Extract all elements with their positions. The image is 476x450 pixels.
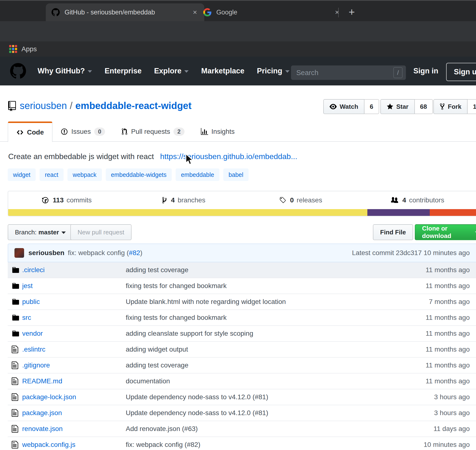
file-name-link[interactable]: src bbox=[22, 314, 126, 321]
file-commit-message[interactable]: Update blank.html with note regarding wi… bbox=[126, 298, 393, 306]
nav-why-github[interactable]: Why GitHub? bbox=[38, 67, 92, 75]
table-row: vendor adding cleanslate support for sty… bbox=[8, 325, 476, 341]
commit-author-avatar[interactable] bbox=[14, 248, 24, 258]
file-name-link[interactable]: README.md bbox=[22, 377, 126, 385]
nav-enterprise[interactable]: Enterprise bbox=[105, 67, 141, 75]
repo-icon bbox=[8, 101, 16, 111]
repo-description: Create an embbedable js widget with reac… bbox=[8, 152, 154, 161]
commit-author[interactable]: seriousben bbox=[28, 249, 64, 257]
branch-select-button[interactable]: Branch:master bbox=[8, 224, 73, 240]
file-name-link[interactable]: renovate.json bbox=[22, 425, 126, 433]
repo-website-link[interactable]: https://seriousben.github.io/embeddab... bbox=[160, 152, 297, 161]
browser-tab-github[interactable]: GitHub - seriousben/embeddab × bbox=[46, 3, 204, 21]
star-count[interactable]: 68 bbox=[415, 99, 433, 114]
file-commit-message[interactable]: fix: webpack config (#82) bbox=[126, 441, 393, 449]
nav-marketplace[interactable]: Marketplace bbox=[201, 67, 244, 75]
commit-message[interactable]: fix: webpack config (#82) bbox=[68, 249, 142, 257]
file-icon bbox=[12, 377, 22, 386]
star-button[interactable]: Star bbox=[380, 99, 415, 114]
sign-in-link[interactable]: Sign in bbox=[413, 67, 438, 75]
table-row: public Update blank.html with note regar… bbox=[8, 294, 476, 309]
table-row: jest fixing tests for changed bookmark 1… bbox=[8, 278, 476, 294]
stat-releases[interactable]: 0releases bbox=[242, 196, 359, 204]
find-file-button[interactable]: Find File bbox=[373, 224, 413, 240]
new-pull-request-button[interactable]: New pull request bbox=[70, 224, 132, 240]
bookmarks-bar: Apps bbox=[0, 41, 476, 57]
github-logo-icon[interactable] bbox=[10, 63, 26, 79]
file-name-link[interactable]: .eslintrc bbox=[22, 346, 126, 353]
topic-tag[interactable]: babel bbox=[223, 168, 249, 181]
apps-grid-icon[interactable] bbox=[9, 45, 17, 53]
file-commit-message[interactable]: adding widget output bbox=[126, 346, 393, 353]
fork-button-group: Fork 14 bbox=[433, 99, 476, 114]
table-row: .eslintrc adding widget output 11 months… bbox=[8, 341, 476, 357]
file-name-link[interactable]: jest bbox=[22, 282, 126, 290]
github-favicon-icon bbox=[52, 8, 60, 16]
latest-commit-meta: Latest commit 23dc317 10 minutes ago bbox=[352, 249, 470, 257]
tab-insights[interactable]: Insights bbox=[193, 122, 243, 142]
file-name-link[interactable]: .circleci bbox=[22, 266, 126, 274]
latest-commit-bar: seriousben fix: webpack config (#82) Lat… bbox=[8, 244, 476, 262]
chevron-down-icon bbox=[184, 70, 189, 73]
file-name-link[interactable]: webpack.config.js bbox=[22, 441, 126, 449]
watch-button[interactable]: Watch bbox=[323, 99, 364, 114]
clone-or-download-button[interactable]: Clone or download bbox=[415, 224, 476, 240]
watch-count[interactable]: 6 bbox=[364, 99, 379, 114]
language-segment-javascript bbox=[8, 209, 367, 216]
commit-sha[interactable]: 23dc317 bbox=[396, 249, 422, 257]
nav-explore[interactable]: Explore bbox=[154, 67, 189, 75]
mouse-cursor bbox=[185, 154, 197, 167]
file-name-link[interactable]: package.json bbox=[22, 409, 126, 417]
file-commit-message[interactable]: adding test coverage bbox=[126, 361, 393, 369]
file-commit-message[interactable]: fixing tests for changed bookmark bbox=[126, 282, 393, 290]
repo-owner-link[interactable]: seriousben bbox=[20, 100, 67, 111]
browser-tab-google[interactable]: Google × bbox=[198, 3, 346, 21]
sign-up-button[interactable]: Sign up bbox=[446, 63, 476, 81]
pr-link[interactable]: #82 bbox=[129, 249, 140, 257]
file-commit-message[interactable]: Update dependency node-sass to v4.12.0 (… bbox=[126, 409, 393, 417]
file-icon bbox=[12, 440, 22, 449]
file-icon bbox=[12, 393, 22, 401]
tab-issues[interactable]: Issues 0 bbox=[53, 122, 113, 142]
stat-contributors[interactable]: 4contributors bbox=[359, 196, 476, 204]
topic-tag[interactable]: embeddable-widgets bbox=[106, 168, 172, 181]
file-commit-message[interactable]: adding test coverage bbox=[126, 266, 393, 274]
file-name-link[interactable]: .gitignore bbox=[22, 361, 126, 369]
file-name-link[interactable]: public bbox=[22, 298, 126, 306]
stat-branches[interactable]: 4branches bbox=[125, 196, 242, 204]
tab-pull-requests[interactable]: Pull requests 2 bbox=[113, 122, 192, 142]
file-name-link[interactable]: package-lock.json bbox=[22, 393, 126, 401]
file-commit-message[interactable]: Update dependency node-sass to v4.12.0 (… bbox=[126, 393, 393, 401]
apps-label[interactable]: Apps bbox=[21, 45, 37, 53]
tab-title: Google bbox=[216, 9, 329, 16]
topic-tag[interactable]: widget bbox=[8, 168, 36, 181]
search-shortcut-badge: / bbox=[393, 67, 403, 78]
file-commit-message[interactable]: Add renovate.json (#63) bbox=[126, 425, 393, 433]
chevron-down-icon bbox=[285, 70, 290, 73]
new-tab-button[interactable]: + bbox=[345, 5, 358, 19]
file-commit-message[interactable]: fixing tests for changed bookmark bbox=[126, 314, 393, 321]
nav-pricing[interactable]: Pricing bbox=[257, 67, 290, 75]
stat-commits[interactable]: 113commits bbox=[8, 196, 125, 204]
topic-tag[interactable]: react bbox=[40, 168, 64, 181]
address-bar-row: ← → ⟳ GitHub, Inc. [US] github.com /seri… bbox=[0, 21, 476, 41]
chevron-down-icon bbox=[88, 70, 92, 73]
file-age: 11 months ago bbox=[393, 266, 476, 274]
fork-button[interactable]: Fork bbox=[433, 99, 468, 114]
repo-name-link[interactable]: embeddable-react-widget bbox=[75, 100, 192, 111]
tab-code[interactable]: Code bbox=[8, 122, 53, 142]
topic-tag[interactable]: embeddable bbox=[176, 168, 219, 181]
table-row: package-lock.json Update dependency node… bbox=[8, 389, 476, 405]
file-age: 11 days ago bbox=[393, 425, 476, 433]
language-bar[interactable] bbox=[8, 209, 476, 216]
file-name-link[interactable]: vendor bbox=[22, 330, 126, 337]
tab-close-icon[interactable]: × bbox=[333, 8, 341, 16]
file-commit-message[interactable]: adding cleanslate support for style scop… bbox=[126, 330, 393, 337]
file-icon bbox=[12, 345, 22, 354]
file-commit-message[interactable]: documentation bbox=[126, 377, 393, 385]
fork-count[interactable]: 14 bbox=[468, 99, 476, 114]
repo-tabs: Code Issues 0 Pull requests 2 Insights bbox=[8, 122, 243, 142]
github-search-input[interactable]: Search / bbox=[291, 65, 406, 80]
language-segment-html bbox=[430, 209, 476, 216]
topic-tag[interactable]: webpack bbox=[67, 168, 102, 181]
